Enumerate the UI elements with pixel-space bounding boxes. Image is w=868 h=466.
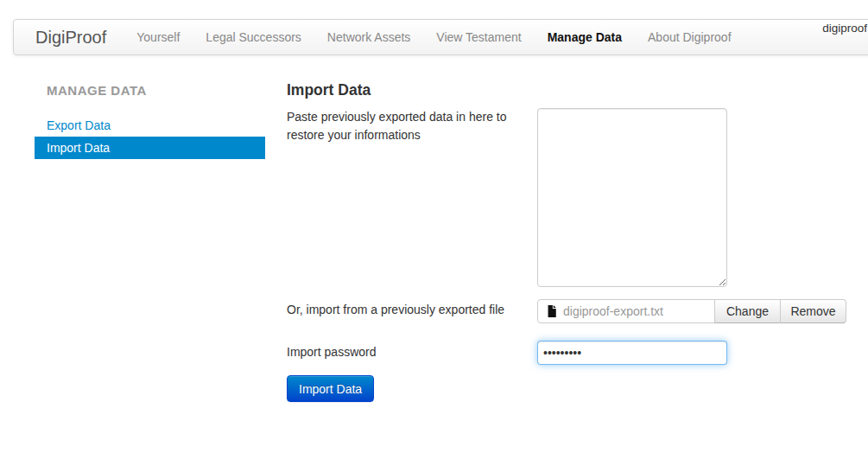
nav-item-legal-successors[interactable]: Legal Successors xyxy=(193,20,314,54)
sidebar-item-import-data[interactable]: Import Data xyxy=(35,137,265,159)
file-icon xyxy=(547,305,556,317)
import-data-submit-button[interactable]: Import Data xyxy=(287,375,374,402)
page-title: Import Data xyxy=(287,81,371,99)
selected-file-name: digiproof-export.txt xyxy=(563,304,663,318)
sidebar: MANAGE DATA Export Data Import Data xyxy=(35,83,265,159)
remove-file-button[interactable]: Remove xyxy=(780,299,846,323)
import-password-input[interactable] xyxy=(537,341,727,365)
navbar-inner: DigiProof Yourself Legal Successors Netw… xyxy=(14,20,868,54)
import-password-label: Import password xyxy=(287,343,376,361)
sidebar-item-export-data[interactable]: Export Data xyxy=(35,114,265,137)
paste-data-label: Paste previously exported data in here t… xyxy=(287,108,522,144)
selected-file-field[interactable]: digiproof-export.txt xyxy=(537,299,715,323)
digiproof-app: DigiProof Yourself Legal Successors Netw… xyxy=(0,0,868,466)
brand-logo[interactable]: DigiProof xyxy=(31,28,111,48)
nav-item-network-assets[interactable]: Network Assets xyxy=(314,20,423,54)
nav-item-about-digiproof[interactable]: About Digiproof xyxy=(635,20,744,54)
import-file-label: Or, import from a previously exported fi… xyxy=(287,301,504,319)
change-file-button[interactable]: Change xyxy=(714,299,781,323)
sidebar-heading: MANAGE DATA xyxy=(35,83,265,99)
file-input-widget: digiproof-export.txt Change Remove xyxy=(537,299,846,323)
nav-item-manage-data[interactable]: Manage Data xyxy=(535,20,635,54)
main-nav: Yourself Legal Successors Network Assets… xyxy=(124,20,744,54)
navbar: DigiProof Yourself Legal Successors Netw… xyxy=(13,19,868,55)
logged-in-user: digiproof xyxy=(822,22,867,35)
paste-data-textarea[interactable] xyxy=(537,108,727,287)
nav-item-view-testament[interactable]: View Testament xyxy=(423,20,534,54)
nav-item-yourself[interactable]: Yourself xyxy=(124,20,193,54)
